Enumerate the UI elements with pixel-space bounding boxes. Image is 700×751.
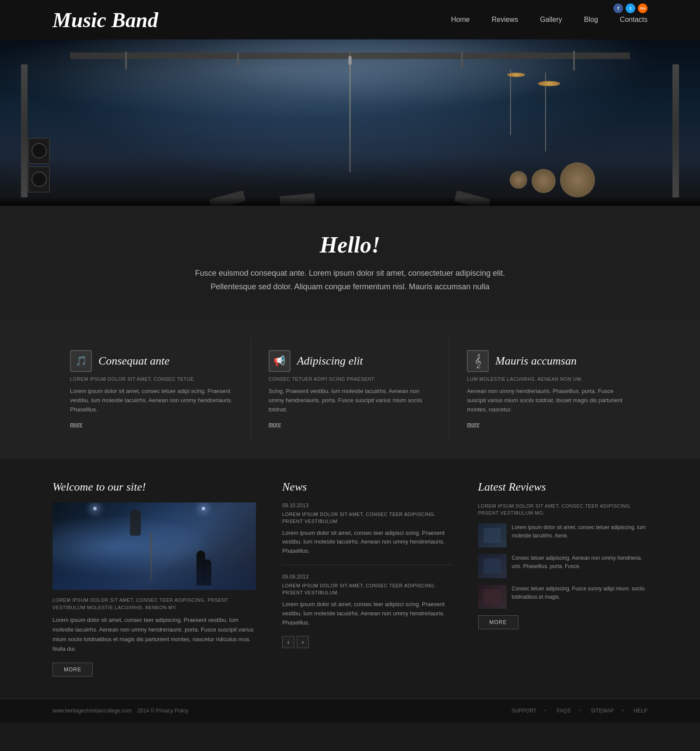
rss-icon[interactable]: rss — [638, 4, 648, 13]
feature-3-title: Mauris accumsan — [495, 354, 577, 368]
review-text-1: Lorem ipsum dolor sit amet, consec tetue… — [512, 523, 648, 547]
hello-heading: Hello! — [88, 232, 612, 258]
review-thumb-2 — [478, 554, 507, 578]
hello-section: Hello! Fusce euismod consequat ante. Lor… — [0, 206, 700, 319]
footer: www.heritagechristiancollege.com 2014 © … — [0, 698, 700, 723]
news-body-1: Lorem ipsum dolor sit amet, consec teer … — [282, 529, 452, 556]
feature-3: 𝄞 Mauris accumsan LUM MOLESTIE LACUIIRHS… — [449, 337, 648, 441]
mic-stand — [350, 56, 351, 172]
feature-2-icon: 📢 — [269, 350, 290, 372]
news-prev-button[interactable]: ‹ — [282, 636, 294, 648]
footer-link-sitemap[interactable]: SITEMAP — [591, 708, 613, 714]
feature-3-desc: Aenean non ummy hendreriauris. Phaselllu… — [467, 387, 630, 414]
news-column: News 09.10.2013 LOREM IPSUM DOLOR SIT AM… — [282, 481, 452, 677]
feature-3-subtitle: LUM MOLESTIE LACUIIRHS. AENEAN NON UM. — [467, 376, 630, 382]
review-text-2: Consec tetuer adipiscing. Aenean non umm… — [512, 554, 648, 578]
feature-1-desc: Lorem ipsum dolor sit amet, consec tetue… — [70, 387, 233, 414]
footer-copyright: 2014 © Privacy Policy — [137, 708, 189, 714]
news-col-title: News — [282, 481, 452, 494]
feature-1-more[interactable]: more — [70, 421, 233, 428]
review-thumb-3 — [478, 585, 507, 609]
review-item-1: Lorem ipsum dolor sit amet, consec tetue… — [478, 523, 648, 547]
footer-url[interactable]: www.heritagechristiancollege.com — [52, 708, 132, 714]
news-item-1: 09.10.2013 LOREM IPSUM DOLOR SIT AMET, C… — [282, 502, 452, 556]
feature-1-subtitle: LOREM IPSUM DOLOR SIT AMET, CONSEC TETUE… — [70, 376, 233, 382]
welcome-caption: LOREM IPSUM DOLOR SIT AMET, CONSEC TEER … — [52, 597, 256, 612]
reviews-col-title: Latest Reviews — [478, 481, 648, 494]
review-item-3: Consec tetuer adipiscing. Fusce sunny ad… — [478, 585, 648, 609]
reviews-column: Latest Reviews LOREM IPSUM DOLOR SIT AME… — [478, 481, 648, 677]
welcome-image — [52, 502, 256, 590]
review-thumb-1 — [478, 523, 507, 547]
welcome-text: Fusce euismod consequat ante. Lorem ipsu… — [175, 267, 525, 293]
footer-link-support[interactable]: SUPPORT — [511, 708, 537, 714]
news-body-2: Lorem ipsum dolor sit amet, consec teer … — [282, 600, 452, 627]
welcome-column: Welcome to our site! LOREM IPSUM DOLOR S… — [52, 481, 256, 677]
facebook-icon[interactable]: f — [613, 4, 623, 13]
nav-item-contacts[interactable]: Contacts — [620, 16, 648, 24]
feature-3-more[interactable]: more — [467, 421, 630, 428]
review-text-3: Consec tetuer adipiscing. Fusce sunny ad… — [512, 585, 648, 609]
news-pagination: ‹ › — [282, 636, 452, 648]
features-section: 🎵 Consequat ante LOREM IPSUM DOLOR SIT A… — [0, 319, 700, 458]
feature-2-desc: Scing. Praesent vestibu. lum molestie la… — [269, 387, 432, 414]
hero-banner — [0, 39, 700, 206]
feature-2-title: Adipiscing elit — [297, 354, 363, 368]
bottom-section: Welcome to our site! LOREM IPSUM DOLOR S… — [0, 459, 700, 699]
social-icons: f t rss — [613, 4, 648, 13]
footer-left: www.heritagechristiancollege.com 2014 © … — [52, 708, 189, 714]
feature-3-icon: 𝄞 — [467, 350, 489, 372]
news-date-2: 09.09.2013 — [282, 574, 452, 580]
twitter-icon[interactable]: t — [626, 4, 635, 13]
nav-item-gallery[interactable]: Gallery — [540, 16, 562, 24]
feature-2: 📢 Adipiscing elit CONSEC TETUER ADIPI SC… — [251, 337, 450, 441]
nav-item-blog[interactable]: Blog — [584, 16, 598, 24]
feature-1-icon: 🎵 — [70, 350, 92, 372]
news-date-1: 09.10.2013 — [282, 502, 452, 509]
nav: Home Reviews Gallery Blog Contacts — [451, 16, 648, 24]
footer-link-help[interactable]: HELP — [634, 708, 648, 714]
news-title-1: LOREM IPSUM DOLOR SIT AMET, CONSEC TEER … — [282, 511, 452, 525]
feature-1-title: Consequat ante — [98, 354, 170, 368]
news-item-2: 09.09.2013 LOREM IPSUM DOLOR SIT AMET, C… — [282, 574, 452, 627]
feature-2-more[interactable]: more — [269, 421, 432, 428]
site-title: Music Band — [52, 8, 158, 32]
header: f t rss Music Band Home Reviews Gallery … — [0, 0, 700, 39]
welcome-body: Lorem ipsum dolor sit amet, consec teer … — [52, 615, 256, 654]
welcome-more-button[interactable]: MORE — [52, 663, 93, 677]
footer-right: SUPPORT • FAQS • SITEMAP • HELP — [505, 708, 648, 714]
drum-set — [510, 162, 595, 197]
reviews-more-button[interactable]: MORE — [478, 615, 518, 629]
welcome-col-title: Welcome to our site! — [52, 481, 256, 494]
feature-2-subtitle: CONSEC TETUER ADIPI SCING PRAESENT. — [269, 376, 432, 382]
footer-link-faqs[interactable]: FAQS — [556, 708, 570, 714]
news-title-2: LOREM IPSUM DOLOR SIT AMET, CONSEC TEER … — [282, 582, 452, 597]
review-item-2: Consec tetuer adipiscing. Aenean non umm… — [478, 554, 648, 578]
nav-item-reviews[interactable]: Reviews — [492, 16, 518, 24]
feature-1: 🎵 Consequat ante LOREM IPSUM DOLOR SIT A… — [52, 337, 251, 441]
nav-item-home[interactable]: Home — [451, 16, 470, 24]
reviews-caption: LOREM IPSUM DOLOR SIT AMET, CONSEC TEER … — [478, 502, 648, 517]
news-next-button[interactable]: › — [297, 636, 309, 648]
